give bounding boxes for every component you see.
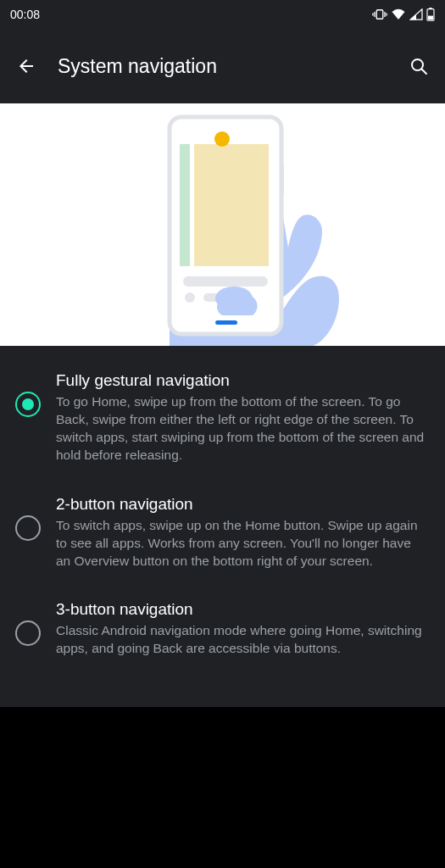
option-text: Fully gestural navigation To go Home, sw…: [56, 371, 426, 465]
svg-rect-19: [215, 320, 237, 325]
battery-icon: [426, 8, 435, 21]
svg-point-18: [185, 292, 195, 303]
app-bar: System navigation: [0, 29, 445, 103]
status-icons: [372, 8, 435, 21]
cell-signal-icon: [409, 8, 423, 20]
navigation-illustration: [0, 103, 445, 346]
search-icon: [409, 56, 429, 76]
option-two-button[interactable]: 2-button navigation To switch apps, swip…: [0, 480, 445, 586]
option-text: 3-button navigation Classic Android navi…: [56, 600, 426, 658]
page-title: System navigation: [58, 55, 387, 78]
option-text: 2-button navigation To switch apps, swip…: [56, 495, 426, 570]
svg-rect-6: [429, 8, 431, 9]
svg-rect-7: [428, 16, 433, 20]
option-title: Fully gestural navigation: [56, 371, 426, 390]
status-bar: 00:08: [0, 0, 445, 29]
option-three-button[interactable]: 3-button navigation Classic Android navi…: [0, 585, 445, 673]
radio-three-button[interactable]: [15, 620, 41, 646]
svg-point-15: [214, 131, 230, 147]
back-button[interactable]: [15, 55, 37, 77]
option-title: 3-button navigation: [56, 600, 426, 619]
screen-root: 00:08: [0, 0, 445, 868]
svg-rect-12: [280, 163, 284, 195]
option-description: Classic Android navigation mode where go…: [56, 622, 426, 658]
search-button[interactable]: [408, 55, 430, 77]
svg-rect-16: [183, 276, 268, 287]
option-fully-gestural[interactable]: Fully gestural navigation To go Home, sw…: [0, 356, 445, 480]
arrow-back-icon: [16, 56, 36, 76]
status-time: 00:08: [10, 8, 40, 21]
navigation-options-list: Fully gestural navigation To go Home, sw…: [0, 346, 445, 707]
option-description: To switch apps, swipe up on the Home but…: [56, 517, 426, 570]
radio-two-button[interactable]: [15, 515, 41, 541]
system-nav-bar[interactable]: [0, 839, 445, 868]
option-title: 2-button navigation: [56, 495, 426, 514]
radio-fully-gestural[interactable]: [15, 392, 41, 417]
option-description: To go Home, swipe up from the bottom of …: [56, 393, 426, 465]
svg-rect-0: [376, 10, 383, 19]
svg-rect-13: [180, 144, 190, 266]
vibrate-icon: [372, 8, 387, 20]
phone-gesture-illustration: [0, 103, 445, 346]
svg-line-9: [422, 70, 427, 75]
wifi-icon: [391, 8, 406, 20]
svg-rect-14: [194, 144, 269, 266]
